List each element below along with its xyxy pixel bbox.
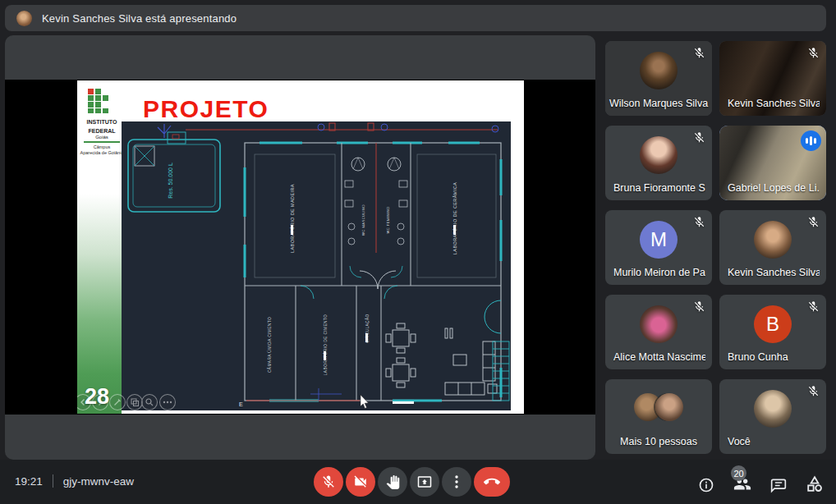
shared-screen-video: INSTITUTO FEDERAL Goiás Câmpus Aparecida… (5, 80, 595, 415)
avatar (640, 136, 678, 174)
three-dots-vertical-icon (455, 475, 458, 488)
present-button[interactable] (410, 467, 439, 497)
divider (53, 474, 53, 488)
participant-tile[interactable]: Kevin Sanches Silva (719, 41, 826, 116)
slide-title: PROJETO (143, 95, 269, 123)
participant-tile[interactable]: Alice Motta Nascime... (605, 295, 712, 369)
self-tile[interactable]: Você (719, 379, 826, 454)
avatar (640, 305, 678, 343)
camera-button[interactable] (346, 467, 375, 497)
phone-hangup-icon (484, 474, 500, 490)
participant-name: Alice Motta Nascime... (613, 351, 705, 363)
mic-off-icon (321, 474, 336, 489)
chat-button[interactable] (769, 470, 788, 493)
presentation-slide: INSTITUTO FEDERAL Goiás Câmpus Aparecida… (77, 80, 524, 414)
plan-label-cimento: LABORATÓRIO DE CIMENTO (323, 314, 328, 375)
participant-count-badge: 20 (731, 465, 746, 481)
plan-label-reservoir: Res. 50.000 L (168, 163, 173, 199)
audio-level-icon (801, 131, 821, 151)
presenting-banner: Kevin Sanches Silva está apresentando (5, 5, 826, 31)
avatar (754, 390, 792, 428)
meeting-code: gjy-mwnv-eaw (63, 475, 134, 488)
participant-name: Kevin Sanches Silva (728, 267, 820, 278)
clock: 19:21 (15, 475, 43, 488)
participant-name: Gabriel Lopes de Li... (728, 182, 820, 194)
avatar-pair (634, 393, 683, 423)
participant-name: Wilson Marques Silva (605, 98, 712, 109)
plan-label-e: E (239, 401, 243, 407)
more-slide-options-icon[interactable] (159, 394, 176, 410)
ifg-logo: INSTITUTO FEDERAL Goiás Câmpus Aparecida… (79, 89, 125, 155)
meeting-details-button[interactable] (696, 470, 716, 493)
logo-text-campus: Câmpus (79, 144, 125, 150)
info-icon (698, 477, 714, 493)
avatar: B (754, 305, 792, 343)
mic-off-icon (807, 216, 820, 228)
participants-button[interactable]: 20 (733, 470, 752, 493)
participant-tile[interactable]: Wilson Marques Silva (605, 41, 712, 116)
slide-page-number: 28 (85, 384, 109, 410)
plan-label-madeira: LABORATÓRIO DE MADEIRA (290, 184, 295, 253)
slide-list-icon[interactable] (126, 394, 143, 410)
mic-off-icon (807, 385, 820, 397)
plan-label-wc-masc: WC MASCULINO (361, 204, 365, 236)
hangup-button[interactable] (474, 467, 510, 497)
camera-off-icon (353, 474, 368, 489)
present-screen-icon (417, 474, 432, 489)
mic-off-icon (693, 300, 705, 313)
logo-rule (84, 141, 120, 143)
presenting-banner-text: Kevin Sanches Silva está apresentando (42, 12, 237, 25)
presentation-stage[interactable]: INSTITUTO FEDERAL Goiás Câmpus Aparecida… (5, 35, 595, 460)
panel-icons: 20 (696, 470, 825, 493)
activities-shapes-icon (806, 475, 824, 493)
meet-window: Kevin Sanches Silva está apresentando (0, 0, 836, 504)
participant-name: Murilo Meiron de Pa... (613, 267, 705, 278)
participant-tile[interactable]: Bruna Fioramonte Sil... (605, 126, 712, 200)
floor-plan: Res. 50.000 L (122, 121, 511, 410)
participant-name: Bruna Fioramonte Sil... (613, 182, 705, 194)
mic-off-icon (693, 131, 705, 144)
activities-button[interactable] (805, 470, 825, 493)
participant-tile[interactable]: Kevin Sanches Silva (719, 210, 826, 285)
plan-label-camara: CÂMARA ÚMIDA CIMENTO (267, 317, 272, 373)
participant-name: Mais 10 pessoas (605, 436, 712, 447)
laser-pen-icon[interactable] (109, 394, 126, 410)
raise-hand-button[interactable] (378, 467, 407, 497)
participant-tile[interactable]: B Bruno Cunha (719, 295, 826, 369)
mic-button[interactable] (314, 467, 343, 497)
participant-name: Bruno Cunha (728, 351, 788, 363)
plan-label-wc-fem: WC FEMININO (386, 206, 390, 233)
bottom-bar: 19:21 gjy-mwnv-eaw (0, 460, 836, 504)
raise-hand-icon (386, 475, 400, 489)
logo-text-instituto: INSTITUTO (79, 119, 125, 126)
overflow-participants-tile[interactable]: Mais 10 pessoas (605, 379, 712, 454)
logo-text-federal: FEDERAL (79, 128, 125, 135)
ifg-logo-mark (88, 89, 116, 113)
logo-text-goias: Goiás (79, 135, 125, 140)
participant-name: Você (728, 436, 751, 447)
mic-off-icon (807, 47, 820, 59)
presenter-avatar (16, 11, 32, 26)
mic-off-icon (693, 216, 705, 228)
participant-tile[interactable]: M Murilo Meiron de Pa... (605, 210, 712, 285)
plan-label-ceramica: LABORATÓRIO DE CERÂMICA (452, 182, 457, 254)
zoom-icon[interactable] (141, 394, 158, 410)
logo-text-city: Aparecida de Goiânia (79, 150, 125, 156)
chat-icon (770, 477, 787, 493)
avatar (640, 52, 678, 89)
mic-off-icon (693, 47, 705, 59)
participant-tile-active-speaker[interactable]: Gabriel Lopes de Li... (719, 126, 826, 200)
mic-off-icon (807, 300, 820, 313)
more-options-button[interactable] (442, 467, 471, 497)
avatar: M (640, 221, 678, 259)
avatar (754, 221, 792, 259)
meeting-info: 19:21 gjy-mwnv-eaw (15, 474, 134, 488)
call-controls (314, 467, 510, 497)
participant-name: Kevin Sanches Silva (728, 98, 820, 109)
